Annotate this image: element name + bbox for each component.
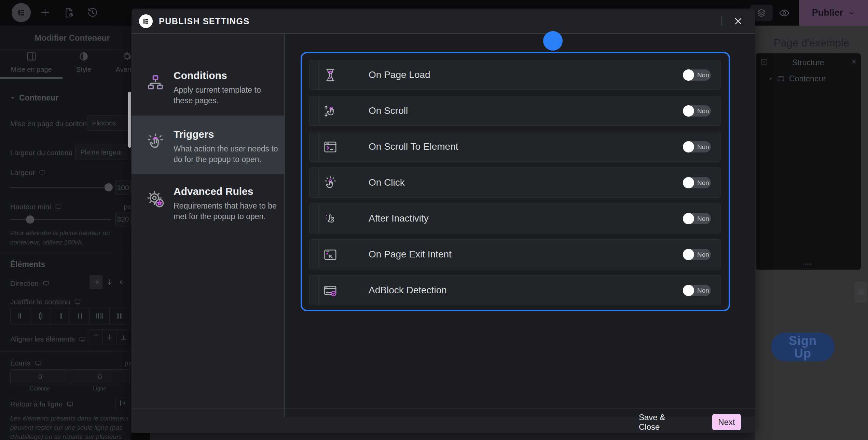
chevron-down-icon bbox=[848, 9, 855, 17]
preview-button[interactable] bbox=[776, 5, 793, 21]
monitor-icon[interactable] bbox=[39, 169, 46, 176]
direction-column-button[interactable] bbox=[103, 275, 116, 289]
direction-row-button[interactable] bbox=[89, 275, 102, 289]
trigger-row-on-page-load[interactable]: On Page Load Non bbox=[309, 60, 721, 90]
trigger-label: On Scroll To Element bbox=[369, 132, 458, 161]
wrap-note: Les éléments présents dans le conteneur … bbox=[10, 414, 130, 440]
monitor-icon[interactable] bbox=[79, 336, 86, 343]
after-inactivity-toggle[interactable]: Non bbox=[683, 213, 711, 224]
sidebar-item-title: Triggers bbox=[174, 129, 214, 140]
trigger-row-on-click[interactable]: On Click Non bbox=[309, 168, 721, 198]
sidebar-item-advanced-rules[interactable]: Advanced Rules Requirements that have to… bbox=[132, 176, 284, 227]
min-height-label: Hauteur mini bbox=[10, 203, 62, 211]
trigger-row-on-scroll-to-element[interactable]: On Scroll To Element Non bbox=[309, 132, 721, 162]
value: 320 bbox=[117, 215, 129, 223]
toggle-knob bbox=[683, 105, 694, 117]
active-tab-indicator bbox=[0, 77, 63, 79]
monitor-icon[interactable] bbox=[35, 360, 42, 366]
toggle-knob bbox=[683, 69, 694, 81]
sidebar-item-conditions[interactable]: Conditions Apply current template to the… bbox=[132, 67, 284, 115]
close-icon bbox=[851, 58, 857, 65]
min-height-slider-knob[interactable] bbox=[26, 215, 34, 224]
align-end-button[interactable] bbox=[116, 329, 130, 345]
trigger-row-adblock-detection[interactable]: AdBlock Detection Non bbox=[309, 275, 721, 305]
eye-icon bbox=[779, 7, 790, 19]
width-value-input[interactable]: 100 bbox=[115, 181, 131, 195]
gap-row-input[interactable]: 0 bbox=[70, 369, 130, 384]
justify-space-around-button[interactable] bbox=[89, 307, 110, 325]
structure-close-button[interactable] bbox=[849, 57, 859, 66]
trigger-row-on-page-exit-intent[interactable]: On Page Exit Intent Non bbox=[309, 239, 721, 269]
nowrap-button[interactable] bbox=[115, 396, 130, 410]
label-text: Aligner les éléments bbox=[10, 335, 75, 343]
structure-item-conteneur[interactable]: Conteneur bbox=[756, 71, 861, 86]
wrap-label: Retour à la ligne bbox=[10, 400, 73, 408]
tab-mise-en-page[interactable]: Mise en page bbox=[0, 51, 63, 78]
elementor-menu-button[interactable] bbox=[12, 3, 31, 22]
tab-label: Avancé bbox=[116, 66, 131, 74]
gap-row-label: Ligne bbox=[70, 386, 129, 392]
monitor-icon[interactable] bbox=[55, 203, 62, 210]
trigger-row-on-scroll[interactable]: On Scroll Non bbox=[309, 96, 721, 126]
trigger-row-after-inactivity[interactable]: After Inactivity Non bbox=[309, 203, 721, 234]
label-text: Écarts bbox=[10, 359, 31, 367]
width-slider-track[interactable] bbox=[10, 187, 111, 188]
click-hand-icon bbox=[322, 175, 338, 191]
toggle-state-label: Non bbox=[697, 105, 709, 117]
elementor-editor: Publier Modifier Conteneur Mise en page … bbox=[0, 0, 868, 440]
justify-space-evenly-button[interactable] bbox=[109, 307, 129, 325]
publish-button[interactable]: Publier bbox=[799, 0, 868, 26]
monitor-icon[interactable] bbox=[67, 401, 73, 408]
on-page-exit-intent-toggle[interactable]: Non bbox=[683, 249, 711, 260]
publish-label: Publier bbox=[812, 8, 843, 18]
style-tab-icon bbox=[78, 51, 89, 62]
sidebar-item-triggers[interactable]: Triggers What action the user needs to d… bbox=[132, 116, 284, 174]
scroll-hand-icon bbox=[322, 103, 338, 119]
justify-center-button[interactable] bbox=[30, 307, 50, 325]
signup-button[interactable]: Sign Up bbox=[771, 333, 835, 361]
width-slider-knob[interactable] bbox=[105, 183, 113, 191]
trigger-label: On Click bbox=[369, 168, 405, 197]
direction-row-reverse-button[interactable] bbox=[116, 275, 129, 289]
save-and-close-button[interactable]: Save & Close bbox=[639, 414, 680, 430]
next-button[interactable]: Next bbox=[712, 414, 741, 430]
history-button[interactable] bbox=[84, 4, 101, 21]
content-width-select[interactable]: Pleine largeur bbox=[75, 145, 131, 160]
monitor-icon[interactable] bbox=[43, 280, 50, 287]
align-start-button[interactable] bbox=[89, 329, 103, 345]
justify-end-button[interactable] bbox=[50, 307, 70, 325]
structure-resize-handle[interactable]: ... bbox=[756, 258, 861, 266]
divider bbox=[318, 240, 318, 269]
min-height-unit[interactable]: px bbox=[124, 203, 131, 211]
on-click-toggle[interactable]: Non bbox=[683, 177, 711, 188]
on-page-load-toggle[interactable]: Non bbox=[683, 69, 711, 81]
tab-style[interactable]: Style bbox=[63, 51, 105, 78]
container-layout-select[interactable]: Flexbox bbox=[87, 116, 131, 131]
divider bbox=[318, 168, 318, 197]
add-element-button[interactable] bbox=[37, 4, 54, 21]
section-conteneur[interactable]: Conteneur bbox=[10, 93, 58, 103]
popup-settings-handle[interactable] bbox=[855, 281, 867, 303]
modal-close-button[interactable] bbox=[731, 14, 745, 28]
monitor-icon[interactable] bbox=[74, 298, 81, 305]
label-text: Largeur bbox=[10, 169, 35, 177]
gaps-unit[interactable]: px bbox=[124, 359, 131, 367]
page-settings-button[interactable] bbox=[60, 4, 78, 21]
layers-icon bbox=[756, 8, 767, 18]
panel-scrollbar[interactable] bbox=[128, 92, 131, 148]
caret-right-icon[interactable] bbox=[769, 77, 773, 81]
min-height-value-input[interactable]: 320 bbox=[115, 212, 131, 226]
justify-start-button[interactable] bbox=[10, 307, 30, 325]
modal-header: PUBLISH SETTINGS bbox=[132, 9, 755, 34]
adblock-detection-toggle[interactable]: Non bbox=[683, 285, 711, 296]
divider bbox=[318, 96, 318, 125]
justify-space-between-button[interactable] bbox=[70, 307, 90, 325]
min-height-slider-track[interactable] bbox=[10, 219, 111, 220]
tab-avance[interactable]: Avancé bbox=[105, 51, 131, 78]
gap-column-input[interactable]: 0 bbox=[10, 369, 70, 384]
direction-label: Direction bbox=[10, 279, 50, 288]
on-scroll-toggle[interactable]: Non bbox=[683, 105, 711, 117]
on-scroll-to-element-toggle[interactable]: Non bbox=[683, 141, 711, 152]
align-center-button[interactable] bbox=[102, 329, 116, 345]
signup-label: Sign Up bbox=[782, 334, 823, 360]
